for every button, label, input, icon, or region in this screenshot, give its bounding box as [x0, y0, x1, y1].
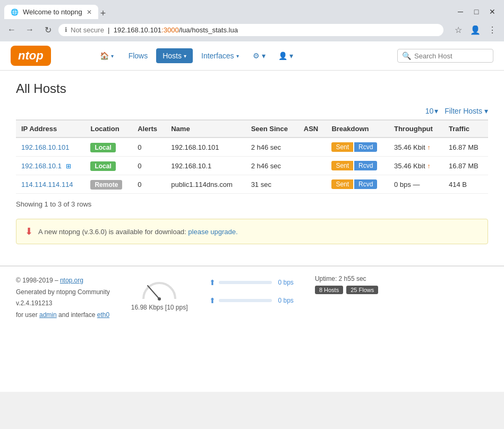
interfaces-nav-link[interactable]: Interfaces ▾: [195, 48, 245, 63]
flows-nav-link[interactable]: Flows: [122, 48, 155, 63]
location-badge: Remote: [90, 180, 122, 190]
update-text1: A new ntopng (v.3.6.0) is available for …: [38, 228, 188, 236]
svg-point-1: [158, 297, 161, 301]
cell-throughput: 35.46 Kbit ↑: [389, 157, 443, 175]
new-tab-button[interactable]: +: [100, 8, 106, 19]
cell-traffic: 414 B: [443, 175, 488, 194]
throughput-dash: —: [413, 181, 420, 188]
breakdown-rcvd: Rcvd: [354, 142, 377, 152]
showing-text: Showing 1 to 3 of 3 rows: [16, 200, 488, 208]
col-asn: ASN: [298, 120, 327, 138]
ip-link[interactable]: 192.168.10.1: [21, 162, 62, 170]
search-area: 🔍: [397, 49, 493, 63]
flows-label: Flows: [129, 52, 148, 60]
security-icon: ℹ: [65, 26, 67, 33]
gauge-label: 16.98 Kbps [10 pps]: [131, 304, 188, 311]
ntop-link[interactable]: ntop.org: [60, 277, 83, 284]
hosts-badge: 8 Hosts: [315, 286, 343, 294]
search-icon: 🔍: [402, 52, 411, 60]
ip-link[interactable]: 192.168.10.101: [21, 143, 69, 151]
nav-links: 🏠 ▾ Flows Hosts ▾ Interfaces ▾ ⚙ ▾ 👤 ▾: [93, 48, 298, 63]
settings-icon: ⚙: [253, 52, 260, 60]
version: v.2.4.191213: [16, 298, 110, 310]
rows-caret: ▾: [434, 107, 438, 115]
rows-selector[interactable]: 10 ▾: [425, 107, 439, 115]
cell-seen-since: 2 h46 sec: [246, 138, 298, 157]
filter-hosts-button[interactable]: Filter Hosts ▾: [445, 107, 488, 115]
cell-throughput: 0 bps —: [389, 175, 443, 194]
cell-throughput: 35.46 Kbit ↑: [389, 138, 443, 157]
forward-button[interactable]: →: [22, 22, 37, 37]
menu-button[interactable]: ⋮: [485, 22, 500, 37]
traffic-down-value[interactable]: 0 bps: [278, 294, 294, 307]
col-throughput: Throughput: [389, 120, 443, 138]
table-row: 114.114.114.114 Remote 0 public1.114dns.…: [16, 175, 488, 194]
cell-location: Remote: [85, 175, 132, 194]
address-bar[interactable]: ℹ Not secure | 192.168.10.101:3000/lua/h…: [58, 24, 443, 36]
home-nav-link[interactable]: 🏠 ▾: [93, 48, 120, 63]
cell-breakdown: SentRcvd: [326, 138, 389, 157]
cell-alerts: 0: [132, 138, 166, 157]
user-prefix: for user: [16, 311, 39, 319]
cell-name: 192.168.10.1: [166, 157, 245, 175]
reload-button[interactable]: ↻: [40, 22, 55, 37]
windows-icon: ⊞: [66, 162, 71, 170]
cell-ip: 192.168.10.101: [16, 138, 85, 157]
cell-breakdown: SentRcvd: [326, 175, 389, 194]
settings-nav-link[interactable]: ⚙ ▾: [247, 48, 271, 63]
table-header-row: IP Address Location Alerts Name Seen Sin…: [16, 120, 488, 138]
logo[interactable]: ntop: [11, 46, 51, 66]
cell-traffic: 16.87 MB: [443, 157, 488, 175]
table-controls: 10 ▾ Filter Hosts ▾: [16, 107, 488, 115]
col-breakdown: Breakdown: [326, 120, 389, 138]
search-box: 🔍: [397, 49, 493, 63]
tab-title: Welcome to ntopng: [23, 8, 82, 16]
col-traffic: Traffic: [443, 120, 488, 138]
filter-caret: ▾: [484, 107, 488, 115]
bookmark-button[interactable]: ☆: [451, 22, 466, 37]
minimize-button[interactable]: ─: [453, 4, 468, 19]
interface-link[interactable]: eth0: [97, 311, 109, 319]
svg-line-0: [148, 286, 159, 299]
generated-by: Generated by ntopng Community: [16, 287, 110, 298]
tab-close-button[interactable]: ✕: [87, 8, 92, 16]
profile-button[interactable]: 👤: [468, 22, 483, 37]
filter-label: Filter Hosts: [445, 107, 482, 115]
cell-location: Local: [85, 157, 132, 175]
home-icon: 🏠: [100, 52, 109, 60]
hosts-nav-link[interactable]: Hosts ▾: [156, 48, 193, 63]
cell-breakdown: SentRcvd: [326, 157, 389, 175]
browser-tab[interactable]: 🌐 Welcome to ntopng ✕: [4, 5, 98, 19]
col-name: Name: [166, 120, 245, 138]
gauge-svg: [138, 275, 181, 302]
footer-gauge: 16.98 Kbps [10 pps]: [131, 275, 188, 311]
user-nav-link[interactable]: 👤 ▾: [273, 48, 298, 63]
table-row: 192.168.10.101 Local 0 192.168.10.101 2 …: [16, 138, 488, 157]
cell-ip: 114.114.114.114: [16, 175, 85, 194]
footer-traffic: ⬆ 0 bps ⬆ 0 bps: [209, 275, 294, 308]
breakdown-sent: Sent: [331, 179, 353, 189]
close-button[interactable]: ✕: [485, 4, 500, 19]
throughput-arrow: ↑: [427, 144, 430, 151]
flows-badge: 25 Flows: [346, 286, 378, 294]
user-link[interactable]: admin: [39, 311, 57, 319]
col-location: Location: [85, 120, 132, 138]
traffic-up-value[interactable]: 0 bps: [278, 276, 294, 289]
page-title: All Hosts: [16, 81, 488, 96]
cell-seen-since: 2 h46 sec: [246, 157, 298, 175]
maximize-button[interactable]: □: [469, 4, 484, 19]
hosts-table: IP Address Location Alerts Name Seen Sin…: [16, 119, 488, 194]
cell-alerts: 0: [132, 175, 166, 194]
navbar: ntop 🏠 ▾ Flows Hosts ▾ Interfaces ▾ ⚙ ▾: [0, 41, 504, 71]
url-host: 192.168.10.101: [114, 26, 161, 34]
ip-link[interactable]: 114.114.114.114: [21, 181, 73, 188]
back-button[interactable]: ←: [4, 22, 19, 37]
secure-label: Not secure: [71, 26, 104, 34]
search-input[interactable]: [414, 52, 489, 60]
cell-name: 192.168.10.101: [166, 138, 245, 157]
cell-name: public1.114dns.com: [166, 175, 245, 194]
rows-count: 10: [425, 107, 434, 115]
cell-asn: [298, 157, 327, 175]
interfaces-label: Interfaces: [201, 52, 234, 60]
breakdown-sent: Sent: [331, 161, 353, 170]
